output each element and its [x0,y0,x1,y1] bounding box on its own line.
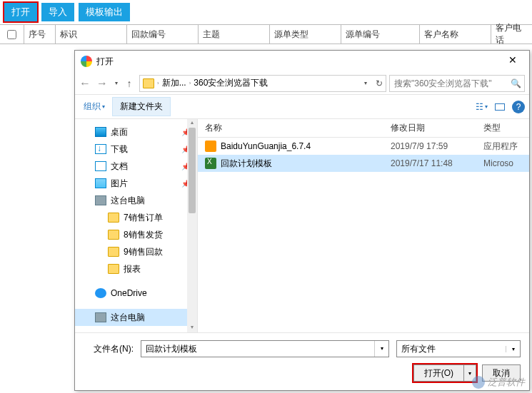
filename-dropdown-icon[interactable]: ▾ [374,341,388,357]
filecol-name[interactable]: 名称 [198,119,383,137]
watermark-logo-icon [472,376,485,389]
breadcrumb-sep-icon[interactable]: › [189,80,191,86]
sidebar-item-desktop[interactable]: 桌面📌 [75,123,197,141]
sidebar-item-downloads[interactable]: 下载📌 [75,141,197,158]
filename-label: 文件名(N): [84,343,134,355]
open-button[interactable]: 打开 [4,3,37,21]
sidebar-item-folder-4[interactable]: 报表 [75,260,197,277]
sidebar-item-this-pc[interactable]: 这台电脑 [75,192,197,209]
filecol-type[interactable]: 类型 [476,119,529,137]
sidebar-item-this-pc-2[interactable]: 这台电脑 [75,309,197,326]
file-pane: 名称 修改日期 类型 BaiduYunGuanjia_6.7.42019/7/9… [198,119,529,332]
folder-icon [108,230,119,240]
dialog-titlebar: 打开 ✕ [75,51,529,72]
col-payment-code[interactable]: 回款编号 [127,25,199,44]
search-icon[interactable]: 🔍 [507,78,524,88]
view-mode-button[interactable]: ☷▾ [476,102,488,112]
close-button[interactable]: ✕ [502,54,523,68]
filetype-filter[interactable]: 所有文件 ▾ [396,340,521,357]
select-all-checkbox[interactable] [7,30,16,39]
file-open-dialog: 打开 ✕ ← → ▾ ↑ › 新加... › 360安全浏览器下载 ▾ ↻ 🔍 … [74,50,530,391]
picture-icon [95,178,106,188]
filename-input[interactable] [141,341,374,357]
col-sequence[interactable]: 序号 [24,25,56,44]
nav-up-icon[interactable]: ↑ [122,76,136,91]
sidebar-item-documents[interactable]: 文档📌 [75,158,197,175]
help-button[interactable]: ? [512,101,525,113]
folder-icon [108,247,119,257]
organize-button[interactable]: 组织▾ [79,98,109,116]
file-date: 2019/7/9 17:59 [383,141,476,151]
sidebar-item-folder-2[interactable]: 8销售发货 [75,226,197,243]
nav-forward-icon[interactable]: → [96,77,108,90]
exe-file-icon [205,141,216,152]
watermark: 泛普软件 [472,376,525,389]
pc-icon [95,312,106,322]
file-name: BaiduYunGuanjia_6.7.4 [221,141,311,151]
address-dropdown-icon[interactable]: ▾ [364,80,367,86]
file-type: 应用程序 [476,141,529,153]
cloud-icon [95,288,106,298]
breadcrumb-1[interactable]: 新加... [162,77,186,89]
breadcrumb-sep-icon[interactable]: › [157,80,159,86]
col-customer-phone[interactable]: 客户电话 [491,25,531,44]
main-toolbar: 打开 导入 模板输出 [0,0,532,24]
file-date: 2019/7/17 11:48 [383,158,476,168]
filecol-date[interactable]: 修改日期 [383,119,476,137]
pc-icon [95,195,106,205]
nav-bar: ← → ▾ ↑ › 新加... › 360安全浏览器下载 ▾ ↻ 🔍 [75,72,529,95]
desktop-icon [95,127,106,137]
sidebar-scrollbar[interactable]: ▴ ▾ [187,119,197,332]
chevron-down-icon: ▾ [485,103,488,110]
search-box: 🔍 [389,75,525,92]
chevron-down-icon: ▾ [506,346,520,352]
sidebar-item-folder-1[interactable]: 7销售订单 [75,209,197,226]
breadcrumb-2[interactable]: 360安全浏览器下载 [194,77,268,89]
scroll-thumb[interactable] [189,128,196,213]
col-source-type[interactable]: 源单类型 [270,25,341,44]
folder-icon [108,264,119,274]
scroll-down-icon[interactable]: ▾ [187,324,197,332]
folder-icon [108,213,119,223]
filename-field: ▾ [141,340,389,357]
app-logo-icon [81,56,92,67]
sidebar-item-pictures[interactable]: 图片📌 [75,175,197,192]
dialog-title: 打开 [96,56,502,68]
folder-icon [143,78,154,88]
new-folder-button[interactable]: 新建文件夹 [112,97,171,116]
nav-back-icon[interactable]: ← [79,77,91,90]
sidebar: 桌面📌 下载📌 文档📌 图片📌 这台电脑 7销售订单 8销售发货 9销售回款 报… [75,119,198,332]
sidebar-item-onedrive[interactable]: OneDrive [75,285,197,302]
address-bar[interactable]: › 新加... › 360安全浏览器下载 ▾ ↻ [139,75,386,92]
col-subject[interactable]: 主题 [199,25,270,44]
import-button[interactable]: 导入 [41,3,74,21]
template-export-button[interactable]: 模板输出 [79,3,130,21]
nav-history-dropdown[interactable]: ▾ [115,80,118,86]
col-mark[interactable]: 标识 [56,25,127,44]
col-source-number[interactable]: 源单编号 [341,25,420,44]
scroll-up-icon[interactable]: ▴ [187,119,197,128]
file-row[interactable]: 回款计划模板2019/7/17 11:48Microso [198,155,529,172]
select-all-cell [0,25,24,44]
file-row[interactable]: BaiduYunGuanjia_6.7.42019/7/9 17:59应用程序 [198,138,529,155]
refresh-icon[interactable]: ↻ [376,78,383,88]
file-type: Microso [476,158,529,168]
file-name: 回款计划模板 [221,158,272,170]
col-customer-name[interactable]: 客户名称 [420,25,491,44]
excel-file-icon [205,158,216,169]
download-icon [95,144,106,154]
document-icon [95,161,106,171]
command-bar: 组织▾ 新建文件夹 ☷▾ ? [75,95,529,119]
open-file-button[interactable]: 打开(O) [413,364,463,382]
dialog-footer: 文件名(N): ▾ 所有文件 ▾ 打开(O) ▾ 取消 [75,332,529,390]
preview-icon [495,103,505,111]
search-input[interactable] [390,78,507,88]
sidebar-item-folder-3[interactable]: 9销售回款 [75,243,197,260]
preview-pane-button[interactable] [495,103,505,111]
grid-header: 序号 标识 回款编号 主题 源单类型 源单编号 客户名称 客户电话 [0,24,532,44]
chevron-down-icon: ▾ [102,103,105,110]
